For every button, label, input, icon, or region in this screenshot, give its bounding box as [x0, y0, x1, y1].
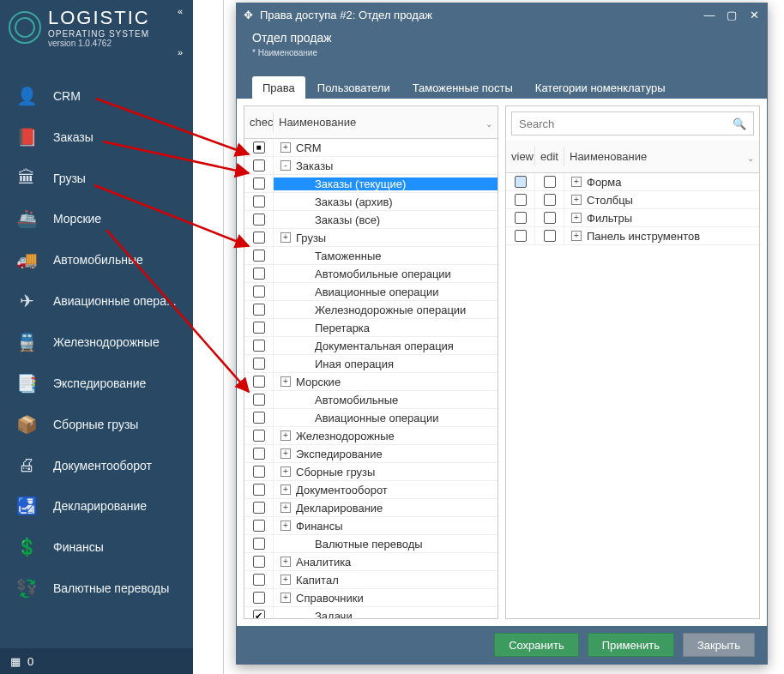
row-checkbox[interactable]: [253, 376, 265, 388]
row-checkbox[interactable]: [253, 520, 265, 532]
expand-icon[interactable]: +: [280, 448, 291, 459]
collapse-right-icon[interactable]: »: [172, 45, 188, 60]
sidebar-item-9[interactable]: 🖨Документооборот: [0, 445, 193, 485]
expand-icon[interactable]: +: [280, 232, 291, 243]
sidebar-item-2[interactable]: 🏛Грузы: [0, 158, 193, 198]
sidebar-item-1[interactable]: 📕Заказы: [0, 117, 193, 158]
row-checkbox[interactable]: [253, 141, 265, 153]
sidebar-item-3[interactable]: 🚢Морские: [0, 198, 193, 239]
tree-row[interactable]: Иная операция: [244, 355, 498, 373]
tree-row[interactable]: Автомобильные операции: [244, 265, 498, 283]
tree-row[interactable]: +Документооборот: [244, 481, 498, 499]
expand-icon[interactable]: +: [280, 521, 291, 531]
tree-row[interactable]: Заказы (текущие): [244, 175, 498, 193]
tree-row[interactable]: Документальная операция: [244, 337, 498, 355]
tree-row[interactable]: Перетарка: [244, 319, 498, 337]
tree-row[interactable]: +Финансы: [244, 517, 498, 535]
sidebar-item-0[interactable]: 👤CRM: [0, 75, 193, 117]
edit-checkbox[interactable]: [544, 194, 556, 206]
expand-icon[interactable]: +: [280, 142, 291, 153]
sidebar-item-10[interactable]: 🛃Декларирование: [0, 485, 193, 527]
close-dialog-button[interactable]: Закрыть: [683, 633, 755, 657]
sidebar-item-6[interactable]: 🚆Железнодорожные: [0, 322, 193, 363]
edit-checkbox[interactable]: [544, 176, 556, 188]
expand-icon[interactable]: +: [280, 593, 291, 603]
expand-icon[interactable]: +: [280, 376, 291, 387]
tree-row[interactable]: Авиационные операции: [244, 409, 498, 427]
row-checkbox[interactable]: [253, 430, 265, 442]
row-checkbox[interactable]: [253, 484, 265, 496]
row-checkbox[interactable]: [253, 322, 265, 334]
row-checkbox[interactable]: [253, 178, 265, 190]
right-grid-body[interactable]: +Форма+Столбцы+Фильтры+Панель инструмент…: [506, 173, 759, 618]
edit-checkbox[interactable]: [544, 230, 556, 242]
tree-row[interactable]: +Морские: [244, 373, 498, 391]
edit-checkbox[interactable]: [544, 212, 556, 224]
sidebar-item-8[interactable]: 📦Сборные грузы: [0, 404, 193, 445]
search-icon[interactable]: 🔍: [733, 117, 746, 130]
expand-icon[interactable]: +: [280, 575, 291, 585]
sidebar-item-4[interactable]: 🚚Автомобильные: [0, 239, 193, 280]
tree-row[interactable]: +Аналитика: [244, 553, 498, 571]
row-checkbox[interactable]: [253, 250, 265, 262]
expand-icon[interactable]: +: [571, 231, 582, 241]
row-checkbox[interactable]: [253, 214, 265, 226]
expand-icon[interactable]: +: [571, 177, 582, 187]
expand-icon[interactable]: +: [280, 484, 291, 495]
expand-icon[interactable]: +: [280, 557, 291, 567]
expand-icon[interactable]: -: [280, 160, 291, 171]
row-checkbox[interactable]: [253, 448, 265, 460]
move-icon[interactable]: ✥: [244, 9, 253, 21]
tree-row[interactable]: +Грузы: [244, 229, 498, 247]
detail-row[interactable]: +Панель инструментов: [506, 227, 759, 245]
tree-row[interactable]: -Заказы: [244, 157, 498, 175]
tab-0[interactable]: Права: [252, 76, 305, 99]
sidebar-item-5[interactable]: ✈Авиационные опера...: [0, 280, 193, 322]
detail-row[interactable]: +Форма: [506, 173, 759, 191]
apply-button[interactable]: Применить: [588, 633, 674, 657]
dialog-titlebar[interactable]: ✥ Права доступа #2: Отдел продаж — ▢ ✕: [237, 3, 767, 26]
row-checkbox[interactable]: [253, 538, 265, 550]
tab-2[interactable]: Таможенные посты: [402, 76, 523, 99]
tree-row[interactable]: Таможенные: [244, 247, 498, 265]
expand-icon[interactable]: +: [280, 466, 291, 477]
row-checkbox[interactable]: [253, 159, 265, 172]
sort-icon[interactable]: ⌄: [485, 119, 492, 129]
row-checkbox[interactable]: [253, 610, 265, 618]
row-checkbox[interactable]: [253, 196, 265, 208]
tree-row[interactable]: +Экспедирование: [244, 445, 498, 463]
sidebar-item-12[interactable]: 💱Валютные переводы: [0, 568, 193, 609]
expand-icon[interactable]: +: [280, 430, 291, 441]
tree-row[interactable]: Железнодорожные операции: [244, 301, 498, 319]
row-checkbox[interactable]: [253, 412, 265, 424]
tree-row[interactable]: +Справочники: [244, 589, 498, 607]
sidebar-item-11[interactable]: 💲Финансы: [0, 527, 193, 568]
row-checkbox[interactable]: [253, 286, 265, 298]
view-checkbox[interactable]: [515, 212, 527, 224]
tree-row[interactable]: Заказы (архив): [244, 193, 498, 211]
row-checkbox[interactable]: [253, 232, 265, 244]
tree-row[interactable]: +CRM: [244, 139, 498, 157]
close-button[interactable]: ✕: [746, 9, 762, 21]
row-checkbox[interactable]: [253, 502, 265, 514]
expand-icon[interactable]: +: [571, 213, 582, 223]
expand-icon[interactable]: +: [280, 502, 291, 513]
tree-row[interactable]: +Сборные грузы: [244, 463, 498, 481]
view-checkbox[interactable]: [515, 176, 527, 188]
view-checkbox[interactable]: [515, 230, 527, 242]
tree-row[interactable]: +Капитал: [244, 571, 498, 589]
detail-row[interactable]: +Фильтры: [506, 209, 759, 227]
row-checkbox[interactable]: [253, 358, 265, 370]
row-checkbox[interactable]: [253, 592, 265, 604]
calendar-icon[interactable]: ▦: [10, 655, 21, 668]
search-box[interactable]: 🔍: [511, 111, 754, 135]
col-edit-header[interactable]: edit: [535, 147, 564, 166]
tab-3[interactable]: Категории номенклатуры: [525, 76, 676, 99]
collapse-up-icon[interactable]: «: [172, 3, 188, 19]
maximize-button[interactable]: ▢: [724, 9, 739, 21]
column-resize-handle[interactable]: [193, 0, 224, 674]
tree-row[interactable]: Валютные переводы: [244, 535, 498, 553]
col-name-header-right[interactable]: Наименование ⌄: [564, 147, 759, 166]
tree-row[interactable]: Задачи: [244, 607, 498, 618]
row-checkbox[interactable]: [253, 556, 265, 568]
